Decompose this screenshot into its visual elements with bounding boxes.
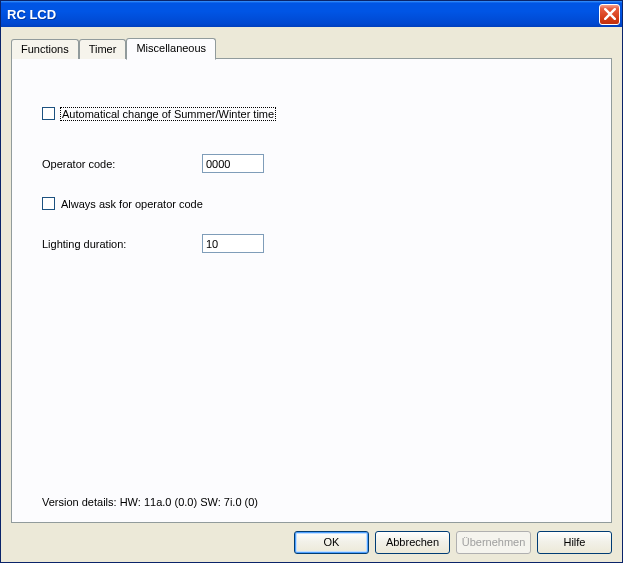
version-details: Version details: HW: 11a.0 (0.0) SW: 7i.… [42, 496, 258, 508]
close-button[interactable] [599, 4, 620, 25]
button-label: Übernehmen [462, 536, 526, 548]
tab-panel-miscellaneous: Automatical change of Summer/Winter time… [11, 58, 612, 523]
window-title: RC LCD [7, 7, 599, 22]
input-operator-code[interactable] [202, 154, 264, 173]
help-button[interactable]: Hilfe [537, 531, 612, 554]
label-always-ask[interactable]: Always ask for operator code [61, 198, 203, 210]
tab-functions[interactable]: Functions [11, 39, 79, 59]
tab-miscellaneous[interactable]: Miscellaneous [126, 38, 216, 60]
client-area: Functions Timer Miscellaneous Automatica… [1, 27, 622, 562]
tab-label: Timer [89, 43, 117, 55]
label-auto-summer-winter[interactable]: Automatical change of Summer/Winter time [61, 108, 275, 120]
checkbox-always-ask[interactable] [42, 197, 55, 210]
button-label: Abbrechen [386, 536, 439, 548]
ok-button[interactable]: OK [294, 531, 369, 554]
button-label: Hilfe [563, 536, 585, 548]
button-label: OK [324, 536, 340, 548]
checkbox-auto-summer-winter[interactable] [42, 107, 55, 120]
label-operator-code: Operator code: [42, 158, 202, 170]
tab-label: Miscellaneous [136, 42, 206, 54]
row-auto-summer-winter: Automatical change of Summer/Winter time [42, 107, 581, 120]
tabstrip: Functions Timer Miscellaneous [11, 37, 612, 59]
cancel-button[interactable]: Abbrechen [375, 531, 450, 554]
input-lighting-duration[interactable] [202, 234, 264, 253]
titlebar: RC LCD [1, 1, 622, 27]
close-icon [604, 8, 616, 20]
apply-button: Übernehmen [456, 531, 531, 554]
row-operator-code: Operator code: [42, 154, 581, 173]
row-always-ask: Always ask for operator code [42, 197, 581, 210]
row-lighting-duration: Lighting duration: [42, 234, 581, 253]
dialog-window: RC LCD Functions Timer Miscellaneous Aut… [0, 0, 623, 563]
tab-timer[interactable]: Timer [79, 39, 127, 59]
label-lighting-duration: Lighting duration: [42, 238, 202, 250]
dialog-button-row: OK Abbrechen Übernehmen Hilfe [11, 523, 612, 554]
tab-label: Functions [21, 43, 69, 55]
